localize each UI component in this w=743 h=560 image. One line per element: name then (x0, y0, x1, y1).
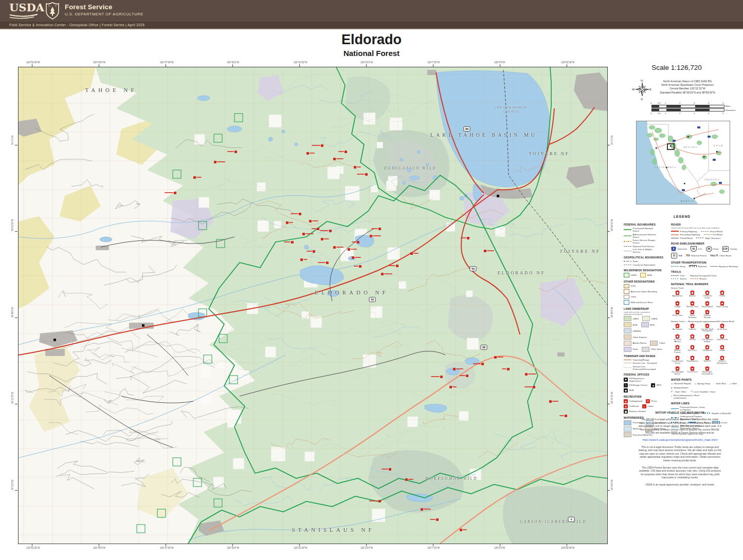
trail-marker-group-title: Scenic Trails (671, 287, 740, 289)
longitude-label: 120°52'30"W (26, 61, 40, 64)
trail-marker: Pony Express (686, 356, 699, 365)
trail-marker-label: Iditarod (686, 339, 699, 341)
legend-swatch (624, 363, 631, 363)
legend-section-heading: NATIONAL TRAIL MARKERS (671, 283, 740, 286)
legend-entry: State (624, 347, 638, 352)
mvum-paragraph-2: This is not a legal document. Public lan… (638, 445, 722, 462)
latitude-label: 38°30'0"N (611, 480, 613, 490)
legend-swatch: 50 (691, 246, 697, 252)
legend-entry-label: Waterfall/ Rapids (674, 382, 691, 385)
legend-entry: Other (624, 295, 636, 300)
legend-entry: Township/Range (624, 359, 649, 361)
department-name: U.S. DEPARTMENT OF AGRICULTURE (65, 12, 143, 16)
legend-entry-label: State (633, 260, 638, 263)
legend-entry-label: County (or Equivalent) (633, 264, 656, 266)
header-strip: Field Service & Innovation Center - Geos… (0, 22, 743, 30)
longitude-label: 119°52'30"W (561, 547, 574, 549)
legend-entry: High Clearance (696, 237, 721, 239)
legend-swatch: ⚑ (624, 378, 628, 382)
tick-mark (567, 544, 567, 546)
tick-mark (15, 404, 17, 404)
trail-marker-icon (705, 324, 710, 328)
legend-entry: USFS (624, 316, 639, 321)
legend-entry-label: Paved Road (680, 237, 693, 239)
legend-entry-label: Dirt Road (713, 233, 722, 236)
legend-swatch (650, 341, 658, 346)
legend-entry-label: U.S. Fish & Wildlife Service (633, 248, 660, 253)
legend-swatch (624, 322, 631, 327)
legend-swatch (710, 266, 718, 267)
legend-swatch: E16 (722, 246, 729, 252)
legend-swatch (624, 316, 631, 321)
trail-marker-icon (675, 310, 680, 314)
svg-text:W: W (632, 88, 635, 91)
latitude-label: 38°45'0"N (611, 307, 613, 318)
legend-entry: •Well (730, 382, 736, 385)
legend-swatch: ⊓ (646, 399, 650, 403)
trail-marker-icon (690, 301, 695, 306)
legend-entry: BLM (624, 322, 638, 327)
legend-entry: Forest Service Ranger District (624, 239, 660, 244)
trail-marker-label: Pony Express (686, 361, 699, 363)
legend-swatch (624, 432, 631, 437)
legend-entry: ⊣Lock Chamber / Gate (690, 390, 715, 393)
tick-mark (32, 64, 32, 67)
legend-entry: ≡Trailhead (624, 404, 639, 408)
scalebar-tick: 1 (665, 112, 666, 115)
longitude-label: 120°7'30"W (427, 547, 440, 549)
legend-entry-label: Byway or Backway (719, 265, 738, 268)
legend-section-heading: OTHER DESIGNATIONS (624, 280, 667, 283)
trail-marker: Selma to Montgomery (716, 356, 729, 365)
trail-marker-icon (675, 366, 680, 371)
legend-entry-label: Historic (699, 277, 707, 280)
legend-swatch (624, 347, 631, 352)
legend-swatch (624, 273, 629, 277)
trail-marker-icon (720, 345, 724, 349)
longitude-label: 120°52'30"W (26, 547, 40, 549)
trail-marker: Potomac Heritage (701, 310, 714, 319)
legend-entry-label: Tribal (659, 342, 665, 344)
mvum-title: MOTOR VEHICLE USE MAP (MVUM) (638, 411, 722, 414)
legend-section-note: Check with the local office for up-to-da… (671, 227, 740, 229)
trail-marker-label: Florida (716, 295, 729, 297)
trail-marker: Ice Age (671, 301, 684, 308)
legend-entry: State (624, 260, 638, 263)
legend-swatch: Hwy R (710, 254, 718, 257)
trail-marker-label: North Country (716, 306, 729, 308)
legend-entry: USFWS (624, 328, 641, 333)
trail-marker-icon (690, 324, 695, 328)
trail-marker-icon (675, 345, 680, 349)
tick-mark (32, 544, 32, 546)
legend-swatch: ◦ (714, 382, 715, 385)
projection-line: Central Meridian 120°21'31"W (654, 87, 721, 90)
legend-entry-label: BLM (633, 324, 638, 326)
legend-swatch (642, 316, 650, 321)
legend-entry: National Designated Trails (688, 274, 717, 277)
legend-entry-label: Well (732, 382, 736, 385)
latitude-label: 38°45'0"N (11, 307, 14, 318)
trail-marker: Pacific Northwest (686, 310, 699, 319)
trail-marker: Pacific Crest (671, 310, 684, 319)
legend-entry-label: USFS (651, 318, 658, 320)
legend-entry: NPS (641, 322, 655, 327)
scalebar-tick: 3 (694, 102, 695, 104)
longitude-label: 120°37'30"W (160, 547, 174, 549)
trail-marker: Cpt John Smith Chesapeake (701, 324, 714, 333)
inset-state-label: MEXICO (681, 199, 695, 202)
longitude-label: 120°0'0"W (494, 547, 505, 549)
trail-marker: Old Spanish (701, 345, 714, 354)
trail-marker-label: Selma to Montgomery (716, 361, 729, 365)
scalebar-tick: 5 (722, 102, 723, 104)
trail-marker: Appalachian (671, 290, 684, 300)
tick-mark (433, 64, 433, 67)
legend-section-heading: ROAD SHIELDS/NUMBER (671, 242, 740, 245)
trail-marker-label: Old Spanish (701, 350, 714, 352)
legend-entry: ◦Sink/ Rise (714, 382, 726, 385)
svg-text:U: U (48, 5, 50, 7)
legend-entry-label: Other State (650, 348, 662, 350)
trail-marker-label: Pacific Crest (671, 315, 684, 317)
mvum-link[interactable]: https://www.fs.usda.gov/recreation/progr… (638, 438, 722, 442)
tick-mark (99, 64, 99, 67)
legend-swatch (624, 295, 629, 300)
trail-marker-icon (690, 345, 695, 349)
